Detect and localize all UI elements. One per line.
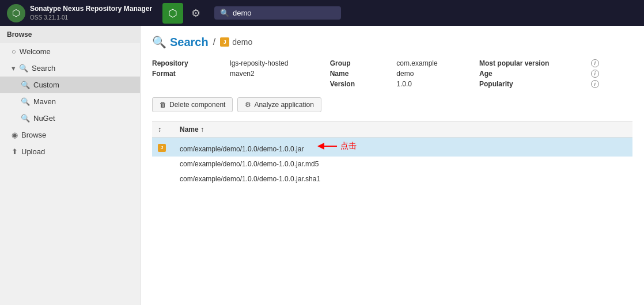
topbar: ⬡ Sonatype Nexus Repository Manager OSS … [0,0,644,26]
logo-text: Sonatype Nexus Repository Manager OSS 3.… [30,5,152,21]
sidebar-item-label-custom: Custom [33,81,59,89]
row-sort-cell: J [152,138,174,157]
trash-icon: 🗑 [160,101,166,109]
analyze-label: Analyze application [254,101,313,109]
table-row[interactable]: Jcom/example/demo/1.0.0/demo-1.0.0.jar点击 [152,138,632,157]
custom-search-icon: 🔍 [21,81,30,89]
annotation-text: 点击 [340,141,357,151]
settings-nav-button[interactable]: ⚙ [185,3,206,24]
row-name-cell[interactable]: com/example/demo/1.0.0/demo-1.0.0.jar.md… [174,157,632,171]
file-name: com/example/demo/1.0.0/demo-1.0.0.jar.sh… [180,175,320,183]
name-col-header[interactable]: Name ↑ [174,122,632,138]
sidebar-item-label-upload: Upload [21,147,45,156]
breadcrumb-search-label: Search [170,36,209,49]
table-row[interactable]: com/example/demo/1.0.0/demo-1.0.0.jar.md… [152,157,632,171]
breadcrumb-search: 🔍 Search [152,35,209,49]
topbar-search-input[interactable] [233,9,335,17]
age-label: Age [479,70,583,78]
jar-file-icon: J [158,144,166,152]
repository-label: Repository [152,59,222,67]
breadcrumb: 🔍 Search / J demo [152,35,632,49]
version-label: Version [330,80,389,88]
sidebar-item-welcome[interactable]: ○ Welcome [0,43,140,60]
topbar-nav: ⬡ ⚙ [162,3,206,24]
upload-icon: ⬆ [12,147,18,156]
breadcrumb-separator: / [213,37,215,47]
row-name-cell[interactable]: com/example/demo/1.0.0/demo-1.0.0.jar.sh… [174,171,632,186]
popular-label: Most popular version [479,59,583,67]
sidebar-item-nuget[interactable]: 🔍 NuGet [0,110,140,127]
analyze-application-button[interactable]: ⚙ Analyze application [237,97,321,112]
sort-up-icon: ↕ [158,125,161,134]
popularity-label: Popularity [479,80,583,88]
sidebar-item-custom[interactable]: 🔍 Custom [0,77,140,93]
file-name: com/example/demo/1.0.0/demo-1.0.0.jar [180,145,304,153]
topbar-search-wrap: 🔍 [214,6,341,20]
name-label: Name [330,70,389,78]
search-icon: 🔍 [19,64,28,73]
nuget-search-icon: 🔍 [21,114,30,123]
main-layout: Browse ○ Welcome ▾ 🔍 Search 🔍 Custom 🔍 M… [0,26,644,305]
format-value: maven2 [230,70,322,78]
popularity-info-icon[interactable]: i [591,80,599,88]
action-bar: 🗑 Delete component ⚙ Analyze application [152,97,632,112]
app-title: Sonatype Nexus Repository Manager [30,5,152,14]
group-value: com.example [396,59,471,67]
popular-info-icon[interactable]: i [591,59,599,67]
sidebar-item-browse[interactable]: ◉ Browse [0,127,140,143]
browse-icon: ◉ [12,131,18,139]
breadcrumb-current-name: demo [232,37,252,47]
sidebar-item-label-browse: Browse [21,131,46,139]
maven-search-icon: 🔍 [21,97,30,106]
version-value: 1.0.0 [396,80,471,88]
topbar-search-icon: 🔍 [220,9,229,17]
name-value: demo [396,70,471,78]
sidebar-item-label-search: Search [32,64,55,73]
sidebar-item-label-nuget: NuGet [33,114,55,123]
file-name: com/example/demo/1.0.0/demo-1.0.0.jar.md… [180,160,319,168]
row-sort-cell [152,157,174,171]
search-expand-icon: ▾ [12,64,16,73]
app-subtitle: OSS 3.21.1-01 [30,14,152,21]
sidebar: Browse ○ Welcome ▾ 🔍 Search 🔍 Custom 🔍 M… [0,26,141,305]
row-sort-cell [152,171,174,186]
delete-label: Delete component [169,101,225,109]
search-page-icon: 🔍 [152,35,166,49]
app-logo: ⬡ Sonatype Nexus Repository Manager OSS … [7,4,152,22]
age-info-icon[interactable]: i [591,70,599,78]
browse-nav-button[interactable]: ⬡ [162,3,183,24]
welcome-icon: ○ [12,47,16,56]
jar-icon: J [220,37,229,47]
sort-col-header[interactable]: ↕ [152,122,174,138]
content-area: 🔍 Search / J demo Repository lgs-reposit… [141,26,644,305]
arrow-icon [315,141,338,151]
sidebar-browse-label: Browse [0,26,140,43]
table-header-row: ↕ Name ↑ [152,122,632,138]
analyze-icon: ⚙ [245,101,251,109]
delete-component-button[interactable]: 🗑 Delete component [152,97,233,112]
click-annotation: 点击 [315,141,357,151]
repository-value: lgs-reposity-hosted [230,59,322,67]
sidebar-item-label-maven: Maven [33,97,56,106]
file-table: ↕ Name ↑ Jcom/example/demo/1.0.0/demo-1.… [152,121,632,186]
format-label: Format [152,70,222,78]
sidebar-item-upload[interactable]: ⬆ Upload [0,143,140,160]
name-col-label: Name ↑ [180,125,204,134]
sidebar-item-maven[interactable]: 🔍 Maven [0,93,140,110]
meta-grid: Repository lgs-reposity-hosted Group com… [152,59,632,88]
breadcrumb-current: J demo [220,37,252,47]
sidebar-item-label-welcome: Welcome [20,47,51,56]
logo-icon: ⬡ [7,4,25,22]
group-label: Group [330,59,389,67]
sidebar-item-search[interactable]: ▾ 🔍 Search [0,60,140,77]
row-name-cell[interactable]: com/example/demo/1.0.0/demo-1.0.0.jar点击 [174,138,632,157]
table-row[interactable]: com/example/demo/1.0.0/demo-1.0.0.jar.sh… [152,171,632,186]
